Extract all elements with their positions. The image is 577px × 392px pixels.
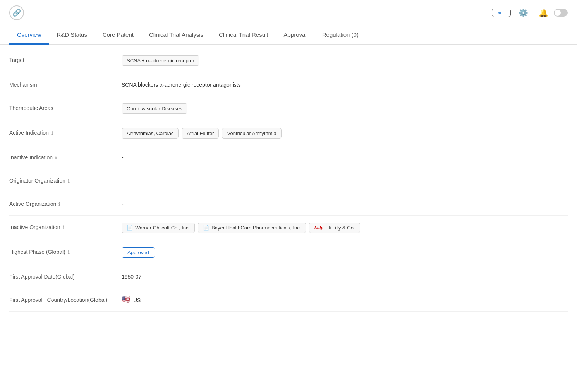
row-inactive-indication: Inactive Indicationℹ-: [9, 146, 568, 169]
info-icon-highest-phase[interactable]: ℹ: [68, 249, 70, 255]
value-therapeutic-areas: Cardiovascular Diseases: [122, 103, 568, 114]
value-mechanism: SCNA blockers α-adrenergic receptor anta…: [122, 80, 568, 88]
label-active-organization: Active Organizationℹ: [9, 199, 122, 207]
compare-us-icon: [498, 12, 501, 14]
eli-lilly-logo-icon: Lilly: [314, 225, 323, 231]
org-tag-item[interactable]: LillyEli Lilly & Co.: [309, 223, 360, 233]
info-icon-active-indication[interactable]: ℹ: [51, 130, 53, 136]
tab-rd-status[interactable]: R&D Status: [49, 26, 95, 45]
row-first-approval-country: First ApprovalCountry/Location(Global)🇺🇸…: [9, 288, 568, 312]
row-active-organization: Active Organizationℹ-: [9, 192, 568, 216]
tab-overview[interactable]: Overview: [9, 26, 49, 45]
label-active-indication: Active Indicationℹ: [9, 128, 122, 136]
tag-item[interactable]: Arrhythmias, Cardiac: [122, 128, 179, 139]
header: 🔗 ⚙️ 🔔: [0, 0, 577, 26]
value-target: SCNA + α-adrenergic receptor: [122, 55, 568, 66]
label-target: Target: [9, 55, 122, 63]
row-first-approval-date: First Approval Date(Global)1950-07: [9, 265, 568, 288]
tab-regulation[interactable]: Regulation (0): [314, 26, 366, 45]
info-icon-originator-organization[interactable]: ℹ: [68, 178, 70, 184]
tag-item[interactable]: SCNA + α-adrenergic receptor: [122, 55, 199, 66]
value-highest-phase: Approved: [122, 247, 568, 258]
tab-clinical-trial-result[interactable]: Clinical Trial Result: [211, 26, 276, 45]
tab-approval[interactable]: Approval: [276, 26, 314, 45]
tab-core-patent[interactable]: Core Patent: [95, 26, 141, 45]
value-first-approval-date: 1950-07: [122, 272, 568, 280]
row-active-indication: Active IndicationℹArrhythmias, CardiacAt…: [9, 121, 568, 146]
text-value-first-approval-date: 1950-07: [122, 272, 141, 280]
row-originator-organization: Originator Organizationℹ-: [9, 169, 568, 192]
label-inactive-indication: Inactive Indicationℹ: [9, 153, 122, 161]
country-flag-icon: 🇺🇸: [122, 295, 130, 304]
dash-value-active-organization: -: [122, 199, 124, 207]
org-name: Bayer HealthCare Pharmaceuticals, Inc.: [211, 225, 301, 231]
tab-clinical-trial-analysis[interactable]: Clinical Trial Analysis: [141, 26, 211, 45]
info-icon-inactive-organization[interactable]: ℹ: [63, 224, 65, 230]
info-icon-active-organization[interactable]: ℹ: [58, 201, 60, 207]
alert-icon: 🔔: [539, 8, 548, 17]
country-name: US: [133, 296, 141, 303]
kg-icon: ⚙️: [519, 8, 528, 17]
header-logo: 🔗: [9, 5, 492, 20]
label-originator-organization: Originator Organizationℹ: [9, 176, 122, 184]
header-actions: ⚙️ 🔔: [492, 8, 568, 17]
tag-item[interactable]: Atrial Flutter: [182, 128, 219, 139]
value-active-organization: -: [122, 199, 568, 207]
label-inactive-organization: Inactive Organizationℹ: [9, 223, 122, 230]
tag-item[interactable]: Ventricular Arrhythmia: [222, 128, 281, 139]
org-doc-icon: 📄: [203, 225, 209, 231]
content-area: TargetSCNA + α-adrenergic receptorMechan…: [0, 45, 577, 327]
enter-kg-button[interactable]: ⚙️: [519, 8, 531, 17]
logo-icon: 🔗: [9, 5, 24, 20]
value-active-indication: Arrhythmias, CardiacAtrial FlutterVentri…: [122, 128, 568, 139]
row-target: TargetSCNA + α-adrenergic receptor: [9, 48, 568, 73]
org-doc-icon: 📄: [127, 225, 133, 231]
info-icon-inactive-indication[interactable]: ℹ: [55, 155, 57, 161]
dash-value-inactive-indication: -: [122, 153, 124, 161]
nav-tabs: OverviewR&D StatusCore PatentClinical Tr…: [0, 26, 577, 45]
phase-badge[interactable]: Approved: [122, 247, 155, 258]
org-name: Warner Chilcott Co., Inc.: [135, 225, 190, 231]
value-inactive-indication: -: [122, 153, 568, 161]
dash-value-originator-organization: -: [122, 176, 124, 184]
row-highest-phase: Highest Phase (Global)ℹApproved: [9, 240, 568, 265]
value-first-approval-country: 🇺🇸US: [122, 295, 568, 304]
alert-toggle[interactable]: [554, 9, 568, 17]
label-first-approval-country: First ApprovalCountry/Location(Global): [9, 295, 122, 303]
org-name: Eli Lilly & Co.: [325, 225, 355, 231]
value-originator-organization: -: [122, 176, 568, 184]
label-mechanism: Mechanism: [9, 80, 122, 88]
start-compare-button[interactable]: [492, 9, 511, 17]
set-alert-button[interactable]: 🔔: [539, 8, 568, 17]
row-inactive-organization: Inactive Organizationℹ📄Warner Chilcott C…: [9, 216, 568, 240]
tag-item[interactable]: Cardiovascular Diseases: [122, 103, 187, 114]
value-inactive-organization: 📄Warner Chilcott Co., Inc.📄Bayer HealthC…: [122, 223, 568, 233]
label-first-approval-date: First Approval Date(Global): [9, 272, 122, 280]
org-tag-item[interactable]: 📄Warner Chilcott Co., Inc.: [122, 223, 195, 233]
org-tag-item[interactable]: 📄Bayer HealthCare Pharmaceuticals, Inc.: [198, 223, 306, 233]
label-highest-phase: Highest Phase (Global)ℹ: [9, 247, 122, 255]
text-value-mechanism: SCNA blockers α-adrenergic receptor anta…: [122, 80, 241, 88]
row-mechanism: MechanismSCNA blockers α-adrenergic rece…: [9, 73, 568, 96]
row-therapeutic-areas: Therapeutic AreasCardiovascular Diseases: [9, 96, 568, 121]
label-therapeutic-areas: Therapeutic Areas: [9, 103, 122, 111]
